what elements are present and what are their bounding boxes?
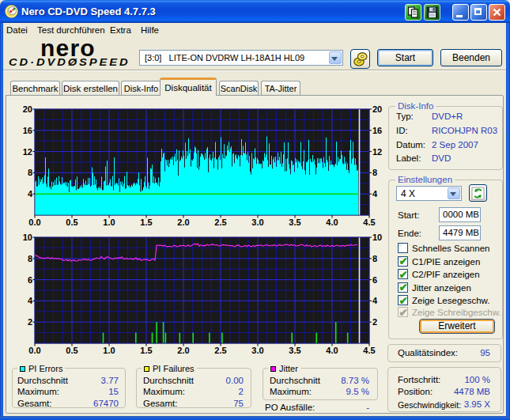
svg-text:0.5: 0.5: [66, 346, 77, 355]
svg-text:2.0: 2.0: [177, 218, 189, 227]
svg-text:8: 8: [372, 254, 377, 263]
svg-text:0.0: 0.0: [28, 346, 40, 355]
svg-text:8: 8: [28, 254, 32, 263]
svg-text:0.5: 0.5: [66, 218, 77, 227]
svg-text:2.5: 2.5: [214, 346, 226, 355]
svg-text:2: 2: [28, 317, 32, 327]
svg-text:2: 2: [372, 317, 377, 327]
svg-text:4.5: 4.5: [363, 346, 375, 355]
svg-text:6: 6: [28, 275, 32, 285]
svg-text:2.0: 2.0: [177, 346, 189, 355]
svg-text:4: 4: [28, 189, 33, 199]
svg-text:10: 10: [23, 233, 32, 242]
svg-text:1.5: 1.5: [140, 218, 152, 227]
svg-text:4: 4: [28, 296, 33, 305]
svg-text:3.5: 3.5: [289, 346, 300, 355]
svg-text:12: 12: [23, 147, 32, 157]
svg-text:4.0: 4.0: [326, 346, 338, 355]
svg-text:8: 8: [28, 168, 32, 177]
svg-text:3.0: 3.0: [251, 218, 263, 227]
svg-text:16: 16: [372, 126, 382, 135]
svg-text:4: 4: [372, 296, 378, 305]
svg-text:1.0: 1.0: [103, 346, 115, 355]
svg-text:20: 20: [23, 104, 32, 114]
svg-text:1.0: 1.0: [103, 218, 115, 227]
svg-text:0.0: 0.0: [28, 218, 40, 227]
svg-text:6: 6: [372, 275, 377, 285]
svg-text:4.5: 4.5: [363, 218, 375, 227]
svg-text:3.0: 3.0: [251, 346, 263, 355]
svg-text:12: 12: [372, 147, 382, 157]
svg-text:8: 8: [372, 168, 377, 177]
svg-text:2.5: 2.5: [214, 218, 226, 227]
svg-text:10: 10: [372, 233, 382, 242]
svg-text:3.5: 3.5: [289, 218, 300, 227]
svg-text:4: 4: [372, 189, 378, 199]
svg-text:20: 20: [372, 104, 382, 114]
svg-text:1.5: 1.5: [140, 346, 152, 355]
svg-text:4.0: 4.0: [326, 218, 338, 227]
svg-text:16: 16: [23, 126, 32, 135]
